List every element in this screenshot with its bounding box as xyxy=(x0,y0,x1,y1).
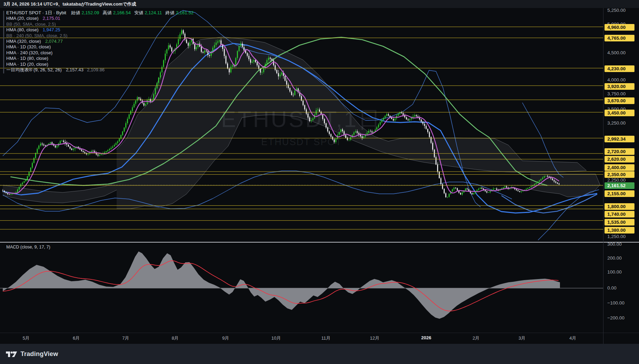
price-line-label[interactable]: 4,960.00 xyxy=(605,24,634,31)
price-axis-tick: 1,250.00 xyxy=(607,234,626,239)
legend-text: HMA (20, close) xyxy=(6,16,38,21)
legend-text: 始値 xyxy=(71,10,80,15)
price-line-label[interactable]: 4,765.00 xyxy=(605,35,634,41)
price-axis-tick: 3,250.00 xyxy=(607,120,626,126)
price-line-label[interactable]: 1,380.00 xyxy=(605,227,634,234)
legend-row[interactable]: BB (50, SMA, close, 2.5) xyxy=(6,22,195,27)
legend-row[interactable]: HMA · 240 (320, close) xyxy=(6,50,195,56)
legend-text: 一目均衡表® (9, 26, 52, 26) xyxy=(6,67,62,72)
price-line-label[interactable]: 1,535.00 xyxy=(605,219,634,225)
macd-legend-text: MACD (close, 9, 17, 7) xyxy=(6,245,50,250)
time-axis-label[interactable]: 4月 xyxy=(562,335,583,341)
price-axis-tick: 3,750.00 xyxy=(607,91,626,96)
macd-axis-tick: −200.00 xyxy=(607,315,624,321)
price-line-label[interactable]: 2,400.00 xyxy=(605,164,634,171)
time-axis-label[interactable]: 7月 xyxy=(115,335,136,341)
creation-info-text: 3月 24, 2026 16:14 UTC+9、takatabaがTrading… xyxy=(3,1,136,7)
time-axis-label[interactable]: 2月 xyxy=(466,335,486,341)
legend-text: 2,166.54 xyxy=(113,10,131,15)
time-axis-label[interactable]: 2026 xyxy=(416,335,437,340)
time-axis-label[interactable]: 8月 xyxy=(165,335,186,341)
time-axis-label[interactable]: 10月 xyxy=(266,335,287,341)
legend-text: 2,152.09 xyxy=(81,10,99,15)
legend-row[interactable]: HMA (80, close)1,947.25 xyxy=(6,27,195,33)
current-price-label[interactable]: 2,161.52 xyxy=(605,182,634,189)
price-line-label[interactable]: 4,230.00 xyxy=(605,65,634,72)
legend-text: 2,161.52 xyxy=(176,10,194,15)
time-axis-label[interactable]: 9月 xyxy=(215,335,236,341)
legend-text: 安値 xyxy=(134,10,143,15)
tradingview-chart-snapshot: 3月 24, 2026 16:14 UTC+9、takatabaがTrading… xyxy=(0,0,639,364)
price-axis-tick: 2,250.00 xyxy=(607,177,626,183)
legend-row[interactable]: HMA · 1D (80, close) xyxy=(6,56,195,61)
legend-text: HMA · 1D (80, close) xyxy=(6,56,48,61)
legend-row[interactable]: HMA (320, close)2,074.77 xyxy=(6,39,195,44)
creation-info-bar: 3月 24, 2026 16:14 UTC+9、takatabaがTrading… xyxy=(0,0,639,8)
tradingview-brand-text: TradingView xyxy=(21,350,58,358)
price-line-label[interactable]: 2,992.34 xyxy=(605,136,634,142)
time-axis-label[interactable]: 11月 xyxy=(315,335,336,341)
price-line-label[interactable]: 2,720.00 xyxy=(605,148,634,155)
macd-axis-tick: −100.00 xyxy=(607,300,624,306)
price-line-label[interactable]: 3,670.00 xyxy=(605,97,634,104)
legend-row[interactable]: HMA (20, close)2,175.01 xyxy=(6,16,195,21)
price-line-label[interactable]: 2,155.00 xyxy=(605,190,634,197)
tradingview-logo-icon xyxy=(6,349,17,359)
legend-text: 2,109.86 xyxy=(87,67,105,72)
price-axis-tick: 4,500.00 xyxy=(607,50,626,55)
legend-text: HMA · 240 (320, close) xyxy=(6,50,53,55)
time-axis-label[interactable]: 3月 xyxy=(512,335,532,341)
legend-text: 高値 xyxy=(103,10,112,15)
time-axis[interactable]: 5月6月7月8月9月10月11月12月20262月3月4月 xyxy=(0,333,603,344)
legend-text: HMA · 1D (20, close) xyxy=(6,62,48,67)
macd-axis-tick: 300.00 xyxy=(607,242,622,247)
macd-legend[interactable]: MACD (close, 9, 17, 7) xyxy=(6,245,50,250)
legend-text: ETHUSDT SPOT · 1日 · Bybit xyxy=(6,10,66,15)
legend-text: 2,175.01 xyxy=(42,16,60,21)
legend-text: 2,124.11 xyxy=(145,10,162,15)
price-line-label[interactable]: 1,800.00 xyxy=(605,203,634,210)
price-line-label[interactable]: 2,350.00 xyxy=(605,171,634,178)
legend-row[interactable]: 一目均衡表® (9, 26, 52, 26)2,157.432,109.86 xyxy=(6,67,195,73)
price-line-label[interactable]: 3,920.00 xyxy=(605,83,634,90)
legend-row[interactable]: ETHUSDT SPOT · 1日 · Bybit始値2,152.09高値2,1… xyxy=(6,10,195,16)
macd-axis-tick: 200.00 xyxy=(607,255,622,261)
legend-row[interactable]: HMA · 1D (20, close) xyxy=(6,62,195,67)
legend-text: 2,074.77 xyxy=(45,39,63,44)
time-axis-label[interactable]: 12月 xyxy=(364,335,385,341)
legend-text: HMA (80, close) xyxy=(6,27,38,32)
indicator-legend: ETHUSDT SPOT · 1日 · Bybit始値2,152.09高値2,1… xyxy=(6,10,195,73)
legend-row[interactable]: BB · 240 (50, SMA, close, 2.5) xyxy=(6,33,195,39)
price-line-label[interactable]: 1,740.00 xyxy=(605,211,634,217)
price-axis[interactable]: 5,250.005,000.004,500.004,000.003,750.00… xyxy=(603,0,639,344)
legend-text: HMA · 1D (320, close) xyxy=(6,44,51,49)
price-axis-tick: 4,000.00 xyxy=(607,77,626,82)
footer-bar: TradingView xyxy=(0,344,639,364)
time-axis-label[interactable]: 5月 xyxy=(16,335,37,341)
legend-text: 2,157.43 xyxy=(66,67,84,72)
legend-tree-strip xyxy=(3,11,4,73)
price-axis-tick: 5,250.00 xyxy=(607,8,626,13)
legend-text: 終値 xyxy=(165,10,174,15)
price-line-label[interactable]: 3,450.00 xyxy=(605,110,634,116)
time-axis-label[interactable]: 6月 xyxy=(66,335,87,341)
legend-text: BB (50, SMA, close, 2.5) xyxy=(6,22,56,27)
legend-text: HMA (320, close) xyxy=(6,39,41,44)
macd-axis-tick: 100.00 xyxy=(607,269,622,275)
legend-text: BB · 240 (50, SMA, close, 2.5) xyxy=(6,33,68,38)
macd-axis-tick: 0.00 xyxy=(607,285,616,291)
legend-text: 1,947.25 xyxy=(42,27,60,32)
legend-row[interactable]: HMA · 1D (320, close) xyxy=(6,44,195,50)
pane-divider[interactable] xyxy=(0,242,639,243)
price-line-label[interactable]: 2,620.00 xyxy=(605,156,634,163)
